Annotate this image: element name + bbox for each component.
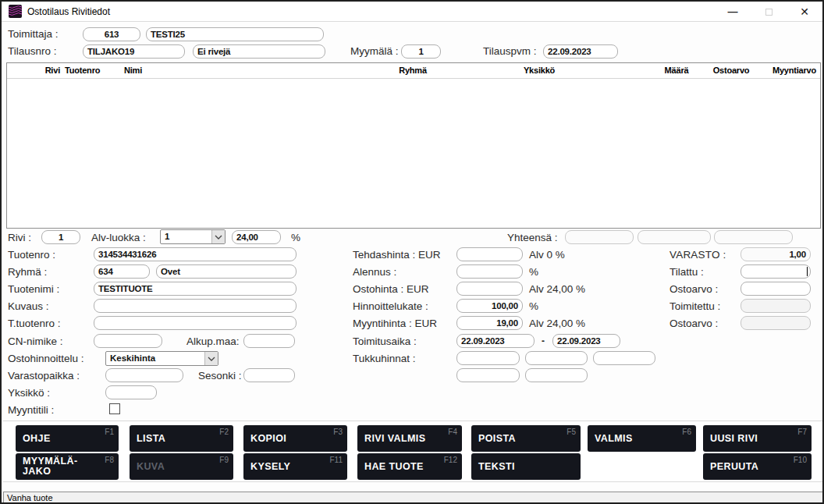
- column-header-rivi[interactable]: Rivi: [38, 66, 60, 75]
- sesonki-label: Sesonki :: [198, 370, 242, 382]
- ostohinnoittelu-label: Ostohinnoittelu :: [8, 353, 84, 364]
- myymala-jako-button[interactable]: MYYMÄLÄ-JAKO F8: [16, 453, 119, 480]
- varastopaikka-label: Varastopaikka :: [8, 370, 80, 382]
- toimitettu-field: [741, 299, 811, 313]
- yhteensa-label: Yhteensä :: [507, 232, 557, 243]
- tuotenro-field[interactable]: 314534431626: [94, 247, 297, 261]
- tuotenimi-field[interactable]: TESTITUOTE: [94, 282, 297, 296]
- tilattu-label: Tilattu :: [670, 266, 704, 278]
- alv-pct-field[interactable]: 24,00: [232, 230, 281, 244]
- chevron-down-icon[interactable]: [204, 352, 218, 365]
- minimize-button[interactable]: —: [715, 2, 751, 22]
- alv-luokka-value: 1: [165, 232, 169, 241]
- tuotenimi-label: Tuotenimi :: [8, 283, 59, 295]
- column-header-yksikko[interactable]: Yksikkö: [508, 66, 570, 75]
- t-tuotenro-field[interactable]: [94, 316, 297, 330]
- myyntitili-checkbox[interactable]: [109, 403, 120, 414]
- sesonki-field[interactable]: [243, 368, 295, 382]
- column-header-ostoarvo[interactable]: Ostoarvo: [700, 66, 762, 75]
- yhteensa-field-1: [565, 230, 634, 244]
- ostohinta-label: Ostohinta : EUR: [353, 283, 429, 295]
- ostoarvo-tilattu-field[interactable]: [741, 282, 811, 296]
- alkup-maa-label: Alkup.maa:: [186, 335, 240, 347]
- close-button[interactable]: ✕: [787, 2, 822, 22]
- status-text: Vanha tuote: [7, 493, 53, 502]
- myymala-field[interactable]: 1: [401, 44, 441, 59]
- hinnoittelukate-label: Hinnoittelukate :: [353, 300, 428, 312]
- chevron-down-icon[interactable]: [211, 230, 225, 243]
- kysely-button[interactable]: KYSELY F11: [243, 453, 347, 480]
- tukkuhinta-field-1[interactable]: [456, 351, 520, 365]
- kuvaus-field[interactable]: [94, 299, 297, 313]
- tehdashinta-alv-text: Alv 0 %: [529, 249, 565, 261]
- tukkuhinta-field-3[interactable]: [593, 351, 655, 365]
- toimitusaika-end-field[interactable]: 22.09.2023: [552, 334, 620, 348]
- varastopaikka-field[interactable]: [105, 368, 183, 382]
- varasto-field: 1,00: [741, 247, 811, 261]
- ostohinnoittelu-value: Keskihinta: [110, 353, 155, 363]
- ohje-button[interactable]: OHJE F1: [16, 425, 119, 452]
- tehdashinta-label: Tehdashinta : EUR: [353, 249, 441, 261]
- app-logo-icon: [9, 5, 22, 18]
- ryhma-code-field[interactable]: 634: [94, 264, 150, 279]
- tukkuhinta-field-4[interactable]: [456, 368, 520, 382]
- tehdashinta-field[interactable]: [456, 247, 523, 261]
- tilauspvm-field[interactable]: 22.09.2023: [543, 44, 618, 59]
- teksti-button[interactable]: TEKSTI: [471, 453, 581, 480]
- tukkuhinta-field-2[interactable]: [525, 351, 588, 365]
- tukkuhinta-field-5[interactable]: [525, 368, 588, 382]
- title-bar: Ostotilaus Rivitiedot — ✕: [2, 2, 822, 22]
- cn-nimike-field[interactable]: [94, 334, 162, 348]
- alkup-maa-field[interactable]: [243, 334, 295, 348]
- hae-tuote-button[interactable]: HAE TUOTE F12: [357, 453, 462, 480]
- rivi-valmis-button[interactable]: RIVI VALMIS F4: [357, 425, 462, 452]
- poista-button[interactable]: POISTA F5: [471, 425, 581, 452]
- alv-pct-sign: %: [291, 232, 300, 243]
- rivit-info-field[interactable]: Ei rivejä: [193, 44, 325, 59]
- toimittaja-label: Toimittaja :: [8, 28, 59, 40]
- hinnoittelukate-field[interactable]: 100,00: [456, 299, 523, 313]
- column-header-nimi[interactable]: Nimi: [124, 66, 142, 75]
- lista-button[interactable]: LISTA F2: [130, 425, 233, 452]
- alv-luokka-select[interactable]: 1: [160, 229, 226, 244]
- button-panel: OHJE F1 LISTA F2 KOPIOI F3 RIVI VALMIS F…: [3, 421, 824, 482]
- ryhma-name-field[interactable]: Ovet: [156, 264, 297, 279]
- status-bar: Vanha tuote: [3, 492, 824, 504]
- window-title: Ostotilaus Rivitiedot: [27, 2, 110, 22]
- maximize-icon: [765, 9, 772, 16]
- toimittaja-code-field[interactable]: 613: [83, 27, 140, 41]
- valmis-button[interactable]: VALMIS F6: [588, 425, 696, 452]
- ryhma-label: Ryhmä :: [8, 266, 47, 278]
- yhteensa-field-2: [638, 230, 711, 244]
- maximize-button[interactable]: [751, 2, 787, 22]
- text-cursor: [807, 267, 808, 276]
- myyntihinta-field[interactable]: 19,00: [456, 316, 523, 330]
- alennus-field[interactable]: [456, 264, 523, 279]
- rivi-field[interactable]: 1: [41, 230, 80, 244]
- yhteensa-field-3: [714, 230, 793, 244]
- column-header-tuotenro[interactable]: Tuotenro: [65, 66, 100, 75]
- ostohinnoittelu-select[interactable]: Keskihinta: [105, 351, 218, 366]
- alv-luokka-label: Alv-luokka :: [91, 232, 146, 243]
- kuva-button: KUVA F9: [130, 453, 233, 480]
- column-header-maara[interactable]: Määrä: [645, 66, 708, 75]
- toimitusaika-start-field[interactable]: 22.09.2023: [456, 334, 535, 348]
- tilausnro-field[interactable]: TILJAKO19: [83, 44, 185, 59]
- kopioi-button[interactable]: KOPIOI F3: [243, 425, 347, 452]
- tilattu-field[interactable]: [741, 264, 811, 279]
- uusi-rivi-button[interactable]: UUSI RIVI F7: [703, 425, 812, 452]
- toimitettu-label: Toimitettu :: [670, 300, 720, 312]
- myyntihinta-alv-text: Alv 24,00 %: [529, 318, 585, 329]
- ostohinta-field[interactable]: [456, 282, 523, 296]
- order-lines-table[interactable]: Rivi Tuotenro Nimi Ryhmä Yksikkö Määrä O…: [6, 62, 821, 229]
- yksikko-field[interactable]: [105, 385, 157, 399]
- date-range-dash: -: [542, 335, 545, 346]
- toimittaja-name-field[interactable]: TESTI25: [146, 27, 324, 41]
- column-header-ryhma[interactable]: Ryhmä: [382, 66, 444, 75]
- yksikko-label: Yksikkö :: [8, 387, 50, 399]
- peruuta-button[interactable]: PERUUTA F10: [703, 453, 812, 480]
- alennus-label: Alennus :: [353, 266, 396, 278]
- tukkuhinnat-label: Tukkuhinnat :: [353, 353, 416, 364]
- column-header-myyntiarvo[interactable]: Myyntiarvo: [759, 66, 824, 75]
- toimitusaika-label: Toimitusaika :: [353, 335, 417, 347]
